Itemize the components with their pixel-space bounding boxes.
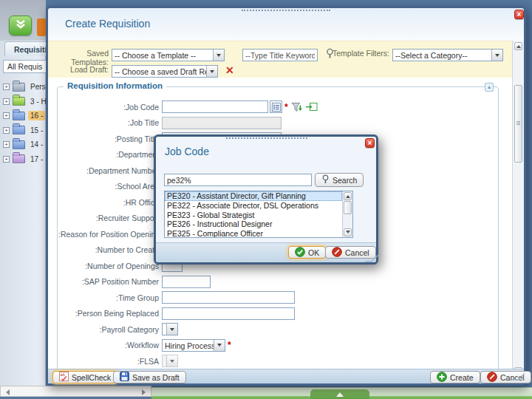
load-draft-value: -- Choose a saved Draft Requisi — [112, 66, 206, 77]
create-button[interactable]: Create — [430, 371, 480, 383]
field-label: Job Code: — [58, 103, 159, 112]
cancel-button[interactable]: Cancel — [325, 246, 376, 259]
field-label: Department Number: — [58, 166, 159, 175]
search-magnifier-icon — [321, 174, 330, 185]
scrollbar-thumb[interactable] — [344, 201, 352, 214]
import-job-code-icon[interactable] — [306, 102, 318, 112]
job-code-option[interactable]: PE322 - Associate Director, DSL Operatio… — [165, 201, 342, 211]
job-code-option-selected[interactable]: PE320 - Assistant Director, Gift Plannin… — [165, 191, 342, 201]
clear-draft-icon[interactable]: ✕ — [225, 64, 234, 76]
form-row-workflow: Workflow: Hiring Process * — [58, 338, 497, 354]
load-draft-select[interactable]: -- Choose a saved Draft Requisi — [112, 65, 218, 78]
payroll-category-select[interactable] — [162, 323, 178, 335]
job-code-dialog: Job Code × Search PE320 - Assistant Dire… — [154, 134, 378, 265]
job-code-dialog-footer: OK Cancel — [156, 242, 376, 262]
ok-button[interactable]: OK — [288, 246, 326, 259]
collapse-section-icon[interactable]: ▴ — [485, 83, 494, 92]
horizontal-scrollbar[interactable] — [0, 386, 151, 397]
tree-item-label: 14 - — [28, 140, 45, 149]
tree-item[interactable]: + 15 - — [0, 123, 46, 138]
job-code-input[interactable] — [162, 100, 268, 113]
tree-item-selected[interactable]: + 16 - — [0, 109, 46, 123]
bottom-panel-bar — [151, 387, 532, 399]
scroll-up-icon[interactable] — [514, 42, 522, 50]
slash-circle-icon — [487, 372, 497, 383]
close-icon[interactable]: × — [514, 10, 524, 19]
dialog-vertical-scrollbar[interactable] — [512, 41, 524, 377]
field-label: School Area: — [58, 182, 159, 191]
tree-item-label: 15 - — [28, 126, 45, 135]
job-code-option[interactable]: PE323 - Global Strategist — [165, 211, 342, 220]
list-lookup-icon — [272, 103, 281, 112]
dialog-footer: ab SpellCheck Save as Draft Create — [48, 369, 524, 383]
tab-label: Requisiti — [14, 45, 47, 54]
download-button[interactable] — [9, 16, 32, 35]
field-label: Reason for Position Opening: — [58, 230, 160, 239]
listbox-scrollbar[interactable] — [342, 191, 352, 237]
tree-item[interactable]: + 17 - — [0, 152, 46, 167]
chevron-down-icon — [214, 340, 225, 351]
requisitions-sidebar: Requisiti All Requis + Perso + 3 - H + 1… — [0, 41, 46, 386]
tree-item[interactable]: + 3 - H — [0, 95, 46, 109]
field-label: Department: — [58, 150, 159, 159]
close-icon[interactable]: × — [365, 138, 375, 148]
filter-funnel-icon[interactable] — [291, 102, 303, 112]
search-label: Search — [332, 176, 357, 185]
expand-plus-icon[interactable]: + — [3, 156, 10, 163]
form-row-payroll-category: Payroll Category: — [58, 321, 497, 338]
form-row-flsa: FLSA: — [58, 353, 497, 369]
job-title-input — [162, 117, 282, 129]
expand-plus-icon[interactable]: + — [3, 83, 10, 90]
expand-plus-icon[interactable]: + — [3, 98, 10, 105]
save-as-draft-label: Save as Draft — [132, 373, 180, 382]
field-label: Person Being Replaced: — [58, 309, 159, 318]
scroll-down-icon[interactable] — [344, 228, 352, 236]
job-code-option[interactable]: PE326 - Instructional Designer — [165, 219, 342, 229]
expand-plus-icon[interactable]: + — [3, 112, 10, 119]
saved-templates-label: Saved Templates: — [48, 49, 109, 66]
chevron-down-icon — [206, 66, 217, 77]
title-keyword-input[interactable] — [242, 49, 318, 61]
job-code-search-button[interactable]: Search — [315, 173, 364, 187]
scroll-left-icon[interactable] — [2, 388, 10, 396]
job-code-search-input[interactable] — [164, 174, 312, 186]
dialog-drag-handle[interactable] — [226, 137, 307, 139]
scrollbar-thumb[interactable] — [514, 85, 522, 163]
templates-bar: Saved Templates: -- Choose a Template --… — [48, 41, 512, 78]
person-being-replaced-input[interactable] — [162, 307, 295, 320]
dialog-drag-handle[interactable] — [242, 10, 330, 11]
job-code-lookup-button[interactable] — [270, 100, 282, 113]
expand-plus-icon[interactable]: + — [3, 127, 10, 134]
chevron-down-icon — [213, 50, 224, 61]
scroll-right-icon[interactable] — [141, 388, 149, 396]
slash-circle-icon — [332, 247, 342, 259]
required-asterisk: * — [284, 102, 288, 112]
folder-icon — [13, 126, 25, 134]
saved-templates-select[interactable]: -- Choose a Template -- — [112, 49, 225, 61]
time-group-input[interactable] — [162, 291, 295, 304]
result-list: PE320 - Assistant Director, Gift Plannin… — [165, 191, 342, 237]
sap-position-number-input[interactable] — [162, 276, 211, 288]
double-chevron-down-icon — [15, 19, 27, 33]
create-label: Create — [450, 373, 474, 382]
folder-tree: + Perso + 3 - H + 16 - + 15 - + — [0, 80, 46, 166]
section-title: Requisition Information — [64, 81, 166, 90]
form-row-sap-position-number: SAP Position Number: — [58, 274, 497, 290]
tree-item[interactable]: + Perso — [0, 80, 46, 95]
expand-plus-icon[interactable]: + — [3, 141, 10, 148]
save-as-draft-button[interactable]: Save as Draft — [113, 371, 186, 383]
spellcheck-button[interactable]: ab SpellCheck — [52, 371, 117, 383]
tree-item[interactable]: + 14 - — [0, 137, 46, 152]
job-code-option[interactable]: PE325 - Compliance Officer — [165, 229, 342, 237]
plus-circle-icon — [437, 372, 447, 383]
folder-icon — [13, 97, 25, 106]
expand-panel-button[interactable] — [310, 389, 369, 399]
spellcheck-label: SpellCheck — [72, 373, 111, 382]
template-filters-select[interactable]: --Select a Category-- — [392, 49, 503, 61]
workflow-select[interactable]: Hiring Process — [162, 339, 225, 352]
field-label: FLSA: — [58, 357, 159, 366]
template-filters-value: --Select a Category-- — [393, 50, 491, 61]
svg-text:ab: ab — [61, 372, 65, 377]
spellcheck-icon: ab — [59, 372, 69, 383]
scroll-up-icon[interactable] — [344, 192, 352, 200]
